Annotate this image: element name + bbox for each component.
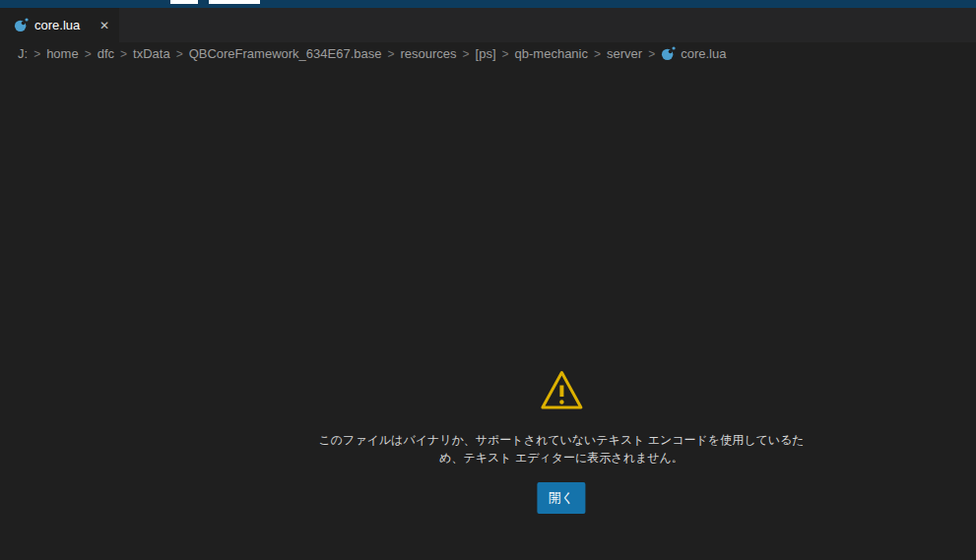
notice-message-line1: このファイルはバイナリか、サポートされていないテキスト エンコードを使用している…: [318, 431, 804, 449]
breadcrumb: J:>home>dfc>txData>QBCoreFramework_634E6…: [0, 42, 976, 65]
breadcrumb-separator: >: [120, 47, 127, 61]
tab-core-lua[interactable]: core.lua ✕: [0, 8, 119, 42]
binary-file-notice: このファイルはバイナリか、サポートされていないテキスト エンコードを使用している…: [318, 368, 804, 514]
breadcrumb-item[interactable]: resources: [400, 46, 456, 61]
breadcrumb-separator: >: [594, 47, 601, 61]
editor-pane: このファイルはバイナリか、サポートされていないテキスト エンコードを使用している…: [0, 65, 976, 560]
breadcrumb-item[interactable]: [ps]: [476, 46, 496, 61]
close-icon[interactable]: ✕: [99, 20, 109, 31]
breadcrumb-item[interactable]: txData: [133, 46, 170, 61]
titlebar-artifact: [170, 0, 198, 4]
tab-bar: core.lua ✕: [0, 8, 976, 42]
notice-message-line2: め、テキスト エディターに表示されません。: [318, 449, 804, 467]
breadcrumb-item[interactable]: qb-mechanic: [515, 46, 588, 61]
lua-file-icon: [13, 18, 29, 33]
breadcrumb-item-label: dfc: [98, 46, 114, 61]
breadcrumb-item[interactable]: server: [607, 46, 642, 61]
breadcrumb-separator: >: [502, 47, 509, 61]
warning-triangle-icon: [539, 368, 584, 413]
lua-file-icon: [661, 46, 676, 61]
breadcrumb-item[interactable]: home: [46, 46, 79, 61]
notice-message: このファイルはバイナリか、サポートされていないテキスト エンコードを使用している…: [318, 431, 804, 467]
breadcrumb-separator: >: [85, 47, 92, 61]
breadcrumb-item[interactable]: QBCoreFramework_634E67.base: [189, 46, 382, 61]
breadcrumb-separator: >: [176, 47, 183, 61]
breadcrumb-separator: >: [387, 47, 394, 61]
breadcrumb-item-label: server: [607, 46, 642, 61]
lua-icon: [14, 18, 29, 32]
breadcrumb-item-label: resources: [400, 46, 456, 61]
breadcrumb-item[interactable]: core.lua: [661, 46, 726, 61]
window-titlebar: [0, 0, 976, 8]
breadcrumb-item-label: J:: [18, 46, 28, 61]
breadcrumb-item-label: qb-mechanic: [515, 46, 588, 61]
breadcrumb-separator: >: [648, 47, 655, 61]
titlebar-artifact: [209, 0, 260, 4]
lua-icon: [661, 46, 676, 61]
open-anyway-button[interactable]: 開く: [538, 482, 585, 514]
breadcrumb-separator: >: [33, 47, 40, 61]
breadcrumb-separator: >: [463, 47, 470, 61]
breadcrumb-item[interactable]: J:: [18, 46, 28, 61]
breadcrumb-item-label: QBCoreFramework_634E67.base: [189, 46, 382, 61]
breadcrumb-item-label: home: [46, 46, 79, 61]
breadcrumb-item-label: [ps]: [476, 46, 496, 61]
breadcrumb-item-label: txData: [133, 46, 170, 61]
breadcrumb-item-label: core.lua: [681, 46, 726, 61]
tab-label: core.lua: [34, 18, 80, 32]
breadcrumb-item[interactable]: dfc: [98, 46, 114, 61]
